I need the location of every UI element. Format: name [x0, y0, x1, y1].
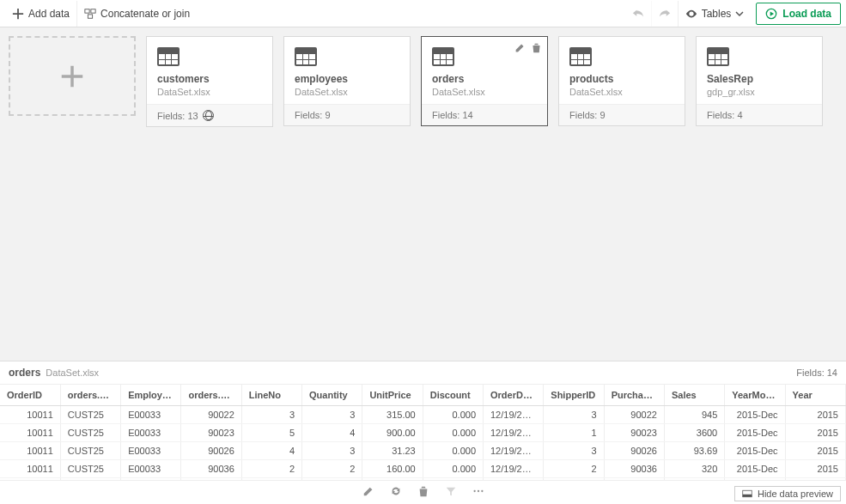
- more-button[interactable]: [472, 485, 484, 500]
- column-header[interactable]: OrderID: [0, 385, 60, 405]
- column-header[interactable]: Quantity: [302, 385, 362, 405]
- card-body: ordersDataSet.xlsx: [422, 37, 547, 104]
- edit-card-button[interactable]: [514, 42, 526, 56]
- table-row[interactable]: 10011CUST25E000339003622160.000.00012/19…: [0, 459, 846, 477]
- refresh-button[interactable]: [390, 485, 402, 500]
- card-fields-count: Fields: 13: [157, 111, 198, 121]
- table-icon: [432, 47, 454, 66]
- table-cell: 3: [544, 405, 604, 423]
- add-data-label: Add data: [28, 8, 70, 20]
- table-cell: CUST25: [60, 459, 120, 477]
- concatenate-button[interactable]: Concatenate or join: [76, 1, 197, 27]
- table-card-products[interactable]: productsDataSet.xlsxFields: 9: [558, 36, 685, 126]
- card-fields-count: Fields: 14: [432, 110, 473, 120]
- table-icon: [295, 47, 317, 66]
- table-cell: 0.000: [423, 441, 483, 459]
- table-cell: 12/19/2015: [484, 423, 544, 441]
- column-header[interactable]: Discount: [423, 385, 483, 405]
- table-cell: 2015-Dec: [725, 459, 785, 477]
- column-header[interactable]: YearMonth: [725, 385, 785, 405]
- table-cell: E00033: [121, 459, 181, 477]
- card-footer: Fields: 4: [697, 104, 822, 125]
- table-row[interactable]: 10011CUST25E000339002233315.000.00012/19…: [0, 405, 846, 423]
- preview-table-name: orders: [9, 367, 40, 379]
- preview-header: orders DataSet.xlsx Fields: 14: [0, 361, 846, 385]
- table-cell: CUST25: [60, 423, 120, 441]
- svg-point-4: [473, 490, 475, 492]
- table-cell: 2: [544, 459, 604, 477]
- card-fields-count: Fields: 9: [569, 110, 606, 120]
- table-card-customers[interactable]: customersDataSet.xlsxFields: 13: [146, 36, 273, 127]
- table-card-orders[interactable]: ordersDataSet.xlsxFields: 14: [421, 36, 548, 126]
- table-cell: 90023: [604, 423, 664, 441]
- load-data-button[interactable]: Load data: [756, 3, 841, 25]
- plus-large-icon: [60, 64, 84, 88]
- column-header[interactable]: EmployeeKey: [121, 385, 181, 405]
- column-header[interactable]: UnitPrice: [362, 385, 423, 405]
- table-cell: 12/19/2015: [484, 441, 544, 459]
- svg-rect-0: [85, 9, 89, 12]
- plus-icon: [12, 8, 24, 20]
- table-row[interactable]: 10011CUST25E00033900264331.230.00012/19/…: [0, 441, 846, 459]
- delete-button[interactable]: [417, 485, 429, 500]
- table-cell: 90022: [604, 405, 664, 423]
- tables-dropdown[interactable]: Tables: [678, 1, 752, 27]
- preview-table: OrderIDorders.Cust…EmployeeKeyorders.Pro…: [0, 385, 846, 480]
- delete-card-button[interactable]: [531, 42, 542, 56]
- card-title: customers: [157, 73, 262, 85]
- column-header[interactable]: OrderDate: [484, 385, 544, 405]
- table-cell: 90023: [181, 423, 241, 441]
- column-header[interactable]: orders.Prod…: [181, 385, 241, 405]
- trash-icon: [417, 485, 429, 497]
- redo-icon: [659, 8, 671, 20]
- eye-icon: [685, 8, 697, 20]
- card-body: productsDataSet.xlsx: [559, 37, 685, 104]
- table-icon: [569, 47, 592, 66]
- column-header[interactable]: LineNo: [241, 385, 301, 405]
- table-card-salesrep[interactable]: SalesRepgdp_gr.xlsxFields: 4: [696, 36, 823, 126]
- concatenate-label: Concatenate or join: [100, 8, 190, 20]
- add-table-card[interactable]: [9, 36, 136, 116]
- refresh-icon: [390, 485, 402, 497]
- column-header[interactable]: orders.Cust…: [60, 385, 120, 405]
- undo-button: [625, 1, 651, 27]
- hide-preview-button[interactable]: Hide data preview: [734, 486, 841, 501]
- table-card-employees[interactable]: employeesDataSet.xlsxFields: 9: [283, 36, 411, 126]
- card-footer: Fields: 14: [422, 104, 547, 125]
- card-footer: Fields: 9: [284, 104, 410, 125]
- table-cell: 160.00: [362, 459, 423, 477]
- column-header[interactable]: Sales: [664, 385, 724, 405]
- panel-icon: [742, 489, 752, 499]
- svg-rect-2: [88, 14, 92, 17]
- table-cell: 3: [302, 441, 362, 459]
- table-cell: 0.000: [423, 423, 483, 441]
- card-footer: Fields: 13: [147, 104, 272, 126]
- load-data-label: Load data: [782, 8, 831, 20]
- edit-button[interactable]: [362, 485, 374, 500]
- hide-preview-label: Hide data preview: [758, 489, 833, 499]
- column-header[interactable]: PurchasedP…: [604, 385, 664, 405]
- table-cell: 4: [302, 423, 362, 441]
- preview-grid[interactable]: OrderIDorders.Cust…EmployeeKeyorders.Pro…: [0, 385, 846, 480]
- add-data-button[interactable]: Add data: [5, 1, 76, 27]
- undo-icon: [632, 8, 644, 20]
- column-header[interactable]: Year: [785, 385, 845, 405]
- card-title: orders: [432, 73, 537, 85]
- play-circle-icon: [765, 8, 777, 20]
- table-row[interactable]: 10011CUST25E000339002354900.000.00012/19…: [0, 423, 846, 441]
- table-cell: 0.000: [423, 459, 483, 477]
- table-cell: E00033: [121, 405, 181, 423]
- card-source: gdp_gr.xlsx: [707, 87, 812, 97]
- card-source: DataSet.xlsx: [432, 87, 537, 97]
- pencil-icon: [362, 485, 374, 497]
- table-cell: 93.69: [664, 441, 724, 459]
- table-cell: 315.00: [362, 405, 423, 423]
- trash-icon: [531, 42, 542, 53]
- column-header[interactable]: ShipperID: [544, 385, 604, 405]
- card-fields-count: Fields: 9: [295, 110, 331, 120]
- table-cell: 2: [302, 459, 362, 477]
- card-footer: Fields: 9: [559, 104, 685, 125]
- tables-label: Tables: [702, 8, 732, 20]
- card-body: employeesDataSet.xlsx: [284, 37, 410, 104]
- filter-icon: [445, 485, 457, 497]
